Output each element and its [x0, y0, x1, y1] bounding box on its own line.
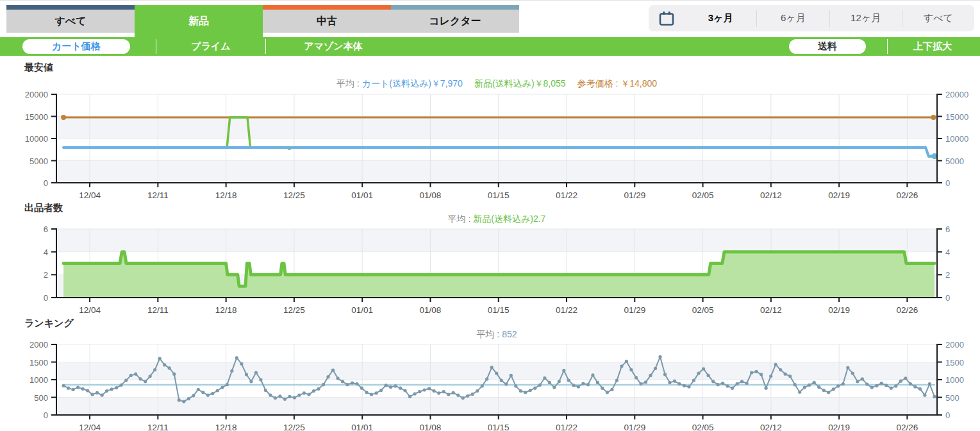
svg-text:20000: 20000: [25, 90, 48, 99]
svg-text:12/04: 12/04: [79, 190, 101, 200]
svg-text:01/29: 01/29: [624, 305, 645, 315]
svg-text:6: 6: [945, 224, 950, 234]
svg-text:01/08: 01/08: [420, 305, 442, 315]
charts-canvas[interactable]: 0050005000100001000015000150002000020000…: [0, 1, 980, 431]
svg-text:12/18: 12/18: [215, 305, 237, 315]
svg-text:12/11: 12/11: [147, 423, 169, 431]
svg-text:01/22: 01/22: [556, 423, 577, 431]
svg-text:1500: 1500: [29, 358, 48, 368]
svg-text:01/01: 01/01: [351, 423, 373, 431]
svg-text:01/15: 01/15: [488, 423, 510, 431]
svg-text:10000: 10000: [25, 134, 48, 144]
svg-text:12/11: 12/11: [147, 305, 169, 315]
svg-text:5000: 5000: [945, 156, 964, 166]
svg-text:02/05: 02/05: [692, 423, 714, 431]
svg-text:0: 0: [945, 293, 950, 303]
svg-text:12/25: 12/25: [283, 190, 305, 200]
svg-text:2: 2: [945, 270, 950, 280]
svg-text:20000: 20000: [945, 90, 968, 99]
svg-text:02/19: 02/19: [828, 190, 850, 200]
svg-text:1500: 1500: [945, 358, 964, 368]
svg-text:0: 0: [44, 293, 48, 303]
svg-text:12/04: 12/04: [79, 305, 101, 315]
svg-text:01/15: 01/15: [488, 190, 510, 200]
svg-text:5000: 5000: [29, 156, 48, 166]
svg-text:15000: 15000: [945, 112, 968, 122]
svg-text:02/12: 02/12: [760, 305, 782, 315]
svg-text:02/26: 02/26: [896, 423, 918, 431]
svg-text:500: 500: [945, 393, 959, 403]
svg-text:4: 4: [44, 248, 48, 257]
svg-text:12/04: 12/04: [79, 423, 101, 431]
svg-text:12/25: 12/25: [283, 423, 305, 431]
svg-text:01/22: 01/22: [556, 190, 577, 200]
svg-text:1000: 1000: [945, 375, 964, 385]
svg-text:01/22: 01/22: [556, 305, 577, 315]
svg-text:10000: 10000: [945, 134, 968, 144]
svg-text:01/15: 01/15: [488, 305, 510, 315]
svg-text:01/01: 01/01: [351, 305, 373, 315]
svg-text:12/11: 12/11: [147, 190, 169, 200]
svg-text:1000: 1000: [29, 375, 48, 385]
svg-text:2: 2: [44, 270, 48, 280]
svg-text:02/26: 02/26: [896, 190, 918, 200]
svg-text:02/05: 02/05: [692, 190, 714, 200]
svg-text:01/08: 01/08: [420, 423, 442, 431]
svg-text:0: 0: [945, 178, 950, 188]
svg-text:01/29: 01/29: [624, 190, 645, 200]
svg-text:12/25: 12/25: [283, 305, 305, 315]
svg-text:0: 0: [945, 410, 950, 420]
svg-text:500: 500: [34, 393, 48, 403]
svg-text:01/08: 01/08: [420, 190, 442, 200]
svg-text:4: 4: [945, 248, 950, 257]
svg-text:15000: 15000: [25, 112, 48, 122]
svg-text:12/18: 12/18: [215, 190, 237, 200]
svg-text:6: 6: [44, 224, 48, 234]
svg-text:02/19: 02/19: [828, 305, 850, 315]
svg-text:02/26: 02/26: [896, 305, 918, 315]
svg-text:0: 0: [44, 410, 48, 420]
svg-text:02/12: 02/12: [760, 423, 782, 431]
svg-text:2000: 2000: [945, 340, 964, 350]
svg-text:2000: 2000: [29, 340, 48, 350]
svg-text:02/12: 02/12: [760, 190, 782, 200]
svg-text:02/05: 02/05: [692, 305, 714, 315]
svg-text:0: 0: [44, 178, 48, 188]
svg-text:01/29: 01/29: [624, 423, 645, 431]
svg-text:02/19: 02/19: [828, 423, 850, 431]
svg-text:12/18: 12/18: [215, 423, 237, 431]
price-tracker-page: すべて新品中古コレクター 3ヶ月6ヶ月12ヶ月すべて カート価格プライムアマゾン…: [0, 0, 980, 431]
svg-text:01/01: 01/01: [351, 190, 373, 200]
